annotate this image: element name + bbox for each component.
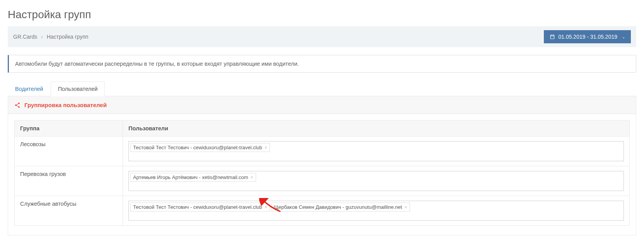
- user-tag[interactable]: Тестовой Тест Тестович - cewiduxoru@plan…: [130, 203, 270, 212]
- groups-table: Группа Пользователи ЛесовозыТестовой Тес…: [14, 120, 630, 226]
- breadcrumb-separator: ›: [41, 34, 43, 40]
- user-tag[interactable]: Артемьев Игорь Артёмович - xetis@newtmai…: [130, 173, 256, 182]
- users-cell: Артемьев Игорь Артёмович - xetis@newtmai…: [123, 166, 630, 196]
- users-cell: Тестовой Тест Тестович - cewiduxoru@plan…: [123, 137, 630, 166]
- user-tag-label: Тестовой Тест Тестович - cewiduxoru@plan…: [133, 145, 262, 150]
- close-icon[interactable]: ×: [265, 205, 267, 210]
- user-tag-label: Тестовой Тест Тестович - cewiduxoru@plan…: [133, 204, 262, 210]
- panel-heading: Группировка пользователей: [8, 96, 636, 114]
- panel: Группировка пользователей Группа Пользов…: [8, 96, 636, 235]
- table-row: Служебные автобусыТестовой Тест Тестович…: [15, 196, 630, 226]
- table-wrap: Группа Пользователи ЛесовозыТестовой Тес…: [8, 114, 636, 235]
- panel-title: Группировка пользователей: [24, 102, 107, 108]
- user-tag[interactable]: Щербаков Семен Давидович - guzuvunutu@ma…: [271, 203, 410, 212]
- date-range-picker[interactable]: 01.05.2019 - 31.05.2019 ⌄: [544, 30, 631, 43]
- tab-drivers[interactable]: Водителей: [8, 82, 51, 96]
- users-cell: Тестовой Тест Тестович - cewiduxoru@plan…: [123, 196, 630, 226]
- breadcrumb: GR.Cards › Настройка групп: [13, 34, 88, 40]
- chevron-down-icon: ⌄: [622, 35, 625, 39]
- close-icon[interactable]: ×: [251, 175, 253, 180]
- tab-users[interactable]: Пользователей: [51, 82, 105, 96]
- close-icon[interactable]: ×: [405, 205, 407, 210]
- tabs: Водителей Пользователей: [8, 81, 636, 96]
- share-icon: [14, 102, 20, 108]
- user-tag[interactable]: Тестовой Тест Тестович - cewiduxoru@plan…: [130, 143, 270, 152]
- info-box: Автомобили будут автоматически распереде…: [8, 55, 636, 73]
- group-name-cell: Лесовозы: [15, 137, 123, 166]
- tag-input[interactable]: Тестовой Тест Тестович - cewiduxoru@plan…: [128, 201, 624, 221]
- breadcrumb-current: Настройка групп: [47, 34, 89, 40]
- tag-input[interactable]: Артемьев Игорь Артёмович - xetis@newtmai…: [128, 171, 624, 191]
- col-header-users: Пользователи: [123, 121, 630, 137]
- user-tag-label: Артемьев Игорь Артёмович - xetis@newtmai…: [133, 174, 248, 180]
- breadcrumb-root[interactable]: GR.Cards: [13, 34, 37, 40]
- tag-input[interactable]: Тестовой Тест Тестович - cewiduxoru@plan…: [128, 141, 624, 161]
- table-row: Перевозка грузовАртемьев Игорь Артёмович…: [15, 166, 630, 196]
- date-range-label: 01.05.2019 - 31.05.2019: [558, 34, 617, 40]
- group-name-cell: Служебные автобусы: [15, 196, 123, 226]
- table-row: ЛесовозыТестовой Тест Тестович - cewidux…: [15, 137, 630, 166]
- breadcrumb-bar: GR.Cards › Настройка групп 01.05.2019 - …: [8, 26, 636, 47]
- col-header-group: Группа: [15, 121, 123, 137]
- page-title: Настройка групп: [8, 9, 636, 21]
- user-tag-label: Щербаков Семен Давидович - guzuvunutu@ma…: [274, 204, 402, 210]
- group-name-cell: Перевозка грузов: [15, 166, 123, 196]
- close-icon[interactable]: ×: [265, 145, 267, 150]
- calendar-icon: [550, 34, 555, 39]
